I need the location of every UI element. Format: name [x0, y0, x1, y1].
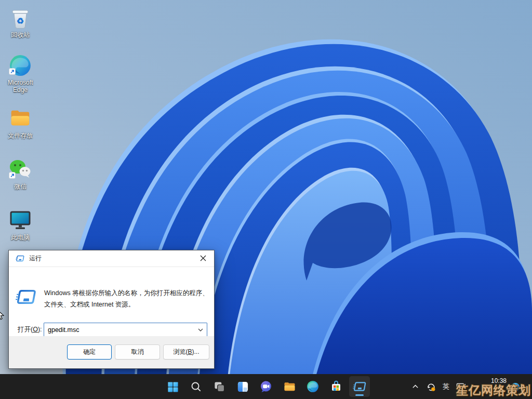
task-view-button[interactable] [209, 376, 230, 397]
desktop-icon-label: 文件存放 [8, 132, 33, 139]
shortcut-arrow-icon [9, 171, 16, 181]
run-dialog-footer: 确定 取消 浏览(B)... [9, 336, 214, 368]
start-button[interactable] [162, 376, 183, 397]
search-icon [190, 381, 202, 393]
cancel-button[interactable]: 取消 [115, 344, 160, 360]
run-dialog-description: Windows 将根据你所输入的名称，为你打开相应的程序、 文件夹、文档或 In… [44, 288, 209, 310]
ok-button[interactable]: 确定 [67, 344, 112, 360]
run-app-taskbar-button[interactable] [349, 376, 370, 397]
run-dialog-title: 运行 [29, 254, 42, 263]
tray-chevron-up-icon[interactable] [411, 383, 419, 390]
description-line-2: 文件夹、文档或 Internet 资源。 [44, 299, 209, 311]
store-icon [330, 380, 342, 393]
open-label: 打开(O): [18, 325, 44, 334]
folder-icon [8, 106, 33, 131]
taskbar-center [162, 374, 370, 399]
active-app-indicator [355, 394, 364, 396]
close-button[interactable] [192, 250, 214, 266]
edge-taskbar-button[interactable] [302, 376, 323, 397]
start-icon [167, 381, 179, 393]
desktop-icon-label: 回收站 [11, 31, 30, 38]
run-dialog-icon [16, 255, 24, 262]
run-icon [16, 289, 36, 305]
chevron-down-icon[interactable] [198, 328, 203, 331]
search-button[interactable] [185, 376, 206, 397]
edge-icon [307, 380, 319, 393]
open-input[interactable] [44, 323, 207, 336]
desktop-icon-recycle-bin[interactable]: ♻ 回收站 [0, 5, 41, 38]
task-view-icon [214, 381, 225, 393]
mouse-cursor [0, 309, 5, 321]
store-button[interactable] [326, 376, 347, 397]
watermark-text: 笙亿网络策划 [456, 382, 531, 398]
run-app-icon [353, 381, 366, 392]
file-explorer-icon [283, 380, 296, 393]
file-explorer-button[interactable] [279, 376, 300, 397]
this-pc-icon [8, 208, 33, 233]
chat-button[interactable] [256, 376, 276, 397]
desktop-icon-label: 此电脑 [11, 234, 30, 241]
sync-update-icon[interactable] [426, 382, 436, 392]
taskbar: 英 10:38 笙亿网络策划 [0, 374, 532, 399]
widgets-icon [237, 381, 249, 393]
close-icon [200, 255, 206, 261]
browse-button[interactable]: 浏览(B)... [163, 344, 209, 360]
recycle-bin-icon: ♻ [8, 5, 33, 30]
desktop-icon-folder[interactable]: 文件存放 [0, 106, 41, 139]
svg-text:♻: ♻ [17, 17, 24, 25]
desktop-icon-wechat[interactable]: 微信 [0, 157, 41, 190]
shortcut-arrow-icon [9, 68, 16, 77]
run-dialog: 运行 Windows 将根据你所输入的名称，为你打开相应的程序、 文件夹、文档或… [8, 250, 215, 369]
edge-icon [8, 53, 33, 78]
desktop-icon-label: 微信 [14, 183, 26, 190]
desktop-icon-this-pc[interactable]: 此电脑 [0, 208, 41, 241]
wechat-icon [8, 157, 33, 182]
open-row: 打开(O): [18, 323, 207, 337]
run-dialog-titlebar[interactable]: 运行 [9, 250, 214, 267]
chat-icon [260, 380, 272, 393]
description-line-1: Windows 将根据你所输入的名称，为你打开相应的程序、 [44, 288, 209, 299]
open-combobox[interactable] [44, 323, 207, 337]
desktop-icon-label: Microsoft Edge [1, 79, 40, 94]
ime-language-indicator[interactable]: 英 [443, 382, 449, 391]
run-dialog-body: Windows 将根据你所输入的名称，为你打开相应的程序、 文件夹、文档或 In… [9, 267, 214, 336]
desktop-icon-edge[interactable]: Microsoft Edge [0, 53, 41, 94]
widgets-button[interactable] [232, 376, 253, 397]
